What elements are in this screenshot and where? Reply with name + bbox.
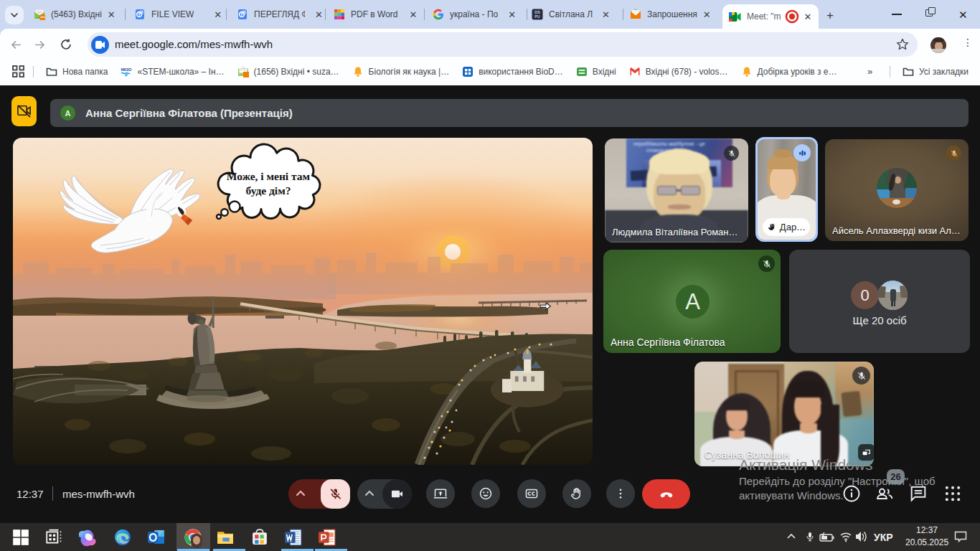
svg-text:PU: PU: [534, 14, 540, 19]
svg-text:Може, і мені там: Може, і мені там: [227, 170, 311, 182]
svg-text:буде дім?: буде дім?: [246, 184, 291, 197]
svg-text:ІМЗО: ІМЗО: [121, 67, 132, 72]
